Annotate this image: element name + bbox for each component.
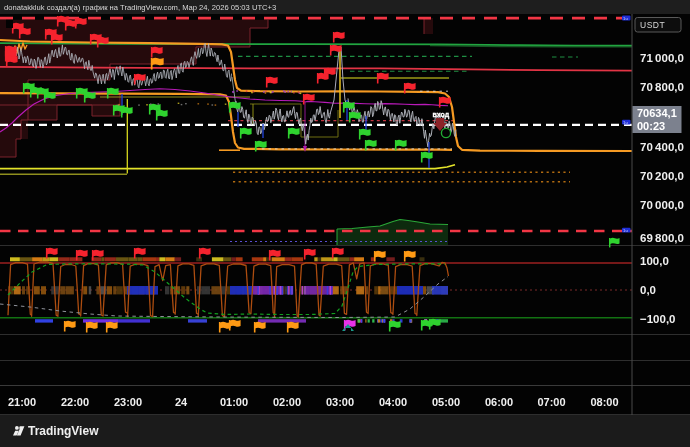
svg-text:01:00: 01:00 bbox=[220, 396, 248, 408]
svg-text:70 000,0: 70 000,0 bbox=[640, 199, 684, 211]
svg-text:70 800,0: 70 800,0 bbox=[640, 81, 684, 93]
svg-text:100,0: 100,0 bbox=[640, 255, 669, 267]
svg-text:71 000,0: 71 000,0 bbox=[640, 52, 684, 64]
svg-text:USDT: USDT bbox=[640, 20, 665, 30]
svg-text:02:00: 02:00 bbox=[273, 396, 301, 408]
svg-text:TradingView: TradingView bbox=[28, 424, 99, 438]
svg-text:05:00: 05:00 bbox=[432, 396, 460, 408]
svg-text:07:00: 07:00 bbox=[537, 396, 565, 408]
svg-text:1ч: 1ч bbox=[623, 228, 628, 233]
svg-text:24: 24 bbox=[175, 396, 188, 408]
svg-text:0,0: 0,0 bbox=[640, 284, 656, 296]
svg-text:21:00: 21:00 bbox=[8, 396, 36, 408]
svg-text:23:00: 23:00 bbox=[114, 396, 142, 408]
svg-text:70634,1: 70634,1 bbox=[637, 107, 677, 119]
svg-text:donatakkluk создал(а) график н: donatakkluk создал(а) график на TradingV… bbox=[4, 3, 276, 12]
svg-text:1ч: 1ч bbox=[623, 16, 628, 21]
svg-text:00:23: 00:23 bbox=[637, 120, 665, 132]
svg-text:70 200,0: 70 200,0 bbox=[640, 170, 684, 182]
svg-text:22:00: 22:00 bbox=[61, 396, 89, 408]
svg-text:06:00: 06:00 bbox=[485, 396, 513, 408]
svg-text:1ч: 1ч bbox=[623, 120, 628, 125]
svg-text:04:00: 04:00 bbox=[379, 396, 407, 408]
svg-text:03:00: 03:00 bbox=[326, 396, 354, 408]
svg-text:08:00: 08:00 bbox=[590, 396, 618, 408]
svg-text:70 400,0: 70 400,0 bbox=[640, 141, 684, 153]
svg-text:69 800,0: 69 800,0 bbox=[640, 232, 684, 244]
svg-text:вход: вход bbox=[433, 111, 450, 119]
svg-text:−100,0: −100,0 bbox=[640, 313, 676, 325]
